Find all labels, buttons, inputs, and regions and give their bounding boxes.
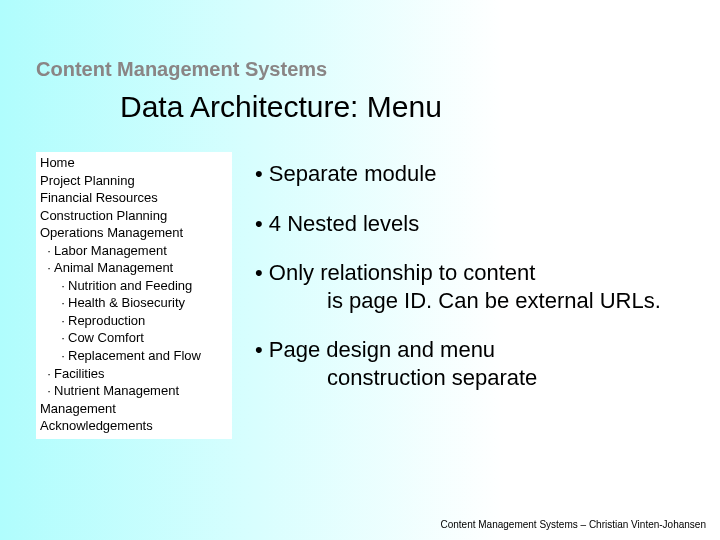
slide-title: Data Architecture: Menu [120,90,442,124]
bullet-item: • 4 Nested levels [255,210,690,238]
bullet-item: • Page design and menu construction sepa… [255,336,690,391]
menu-item: Project Planning [40,172,228,190]
menu-item: Health & Biosecurity [40,294,228,312]
bullet-text: • Separate module [255,161,436,186]
menu-item: Facilities [40,365,228,383]
menu-item: Replacement and Flow [40,347,228,365]
menu-item: Operations Management [40,224,228,242]
menu-item: Reproduction [40,312,228,330]
menu-item: Nutrient Management [40,382,228,400]
slide-header: Content Management Systems [36,58,327,81]
bullet-list: • Separate module • 4 Nested levels • On… [255,160,690,413]
bullet-text: • Only relationship to content [255,260,535,285]
slide-footer: Content Management Systems – Christian V… [440,519,706,530]
bullet-text-cont: construction separate [255,364,690,392]
menu-item: Labor Management [40,242,228,260]
menu-item: Financial Resources [40,189,228,207]
bullet-text: • 4 Nested levels [255,211,419,236]
menu-item: Construction Planning [40,207,228,225]
slide: Content Management Systems Data Architec… [0,0,720,540]
menu-item: Home [40,154,228,172]
bullet-text: • Page design and menu [255,337,495,362]
menu-item: Management [40,400,228,418]
bullet-item: • Only relationship to content is page I… [255,259,690,314]
bullet-item: • Separate module [255,160,690,188]
menu-item: Cow Comfort [40,329,228,347]
menu-item: Acknowledgements [40,417,228,435]
menu-item: Animal Management [40,259,228,277]
menu-item: Nutrition and Feeding [40,277,228,295]
menu-example: Home Project Planning Financial Resource… [36,152,232,439]
bullet-text-cont: is page ID. Can be external URLs. [255,287,690,315]
